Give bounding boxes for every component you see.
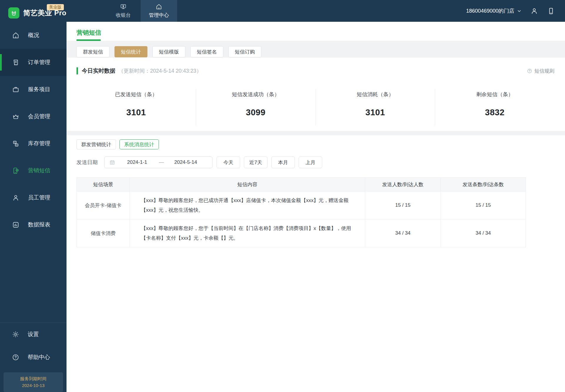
- tab-management-label: 管理中心: [149, 12, 169, 19]
- sidebar-item-label: 服务项目: [28, 86, 50, 93]
- cell-scene: 储值卡消费: [77, 219, 130, 247]
- sidebar-item-overview[interactable]: 概况: [0, 22, 67, 49]
- service-expiry-date: 2024-10-13: [5, 382, 61, 389]
- overview-icon: [12, 31, 20, 39]
- report-chart-icon: [12, 221, 20, 229]
- calendar-icon: [109, 159, 115, 166]
- sidebar-item-sms-marketing[interactable]: 营销短信: [0, 157, 67, 184]
- date-end-value[interactable]: 2024-5-14: [164, 159, 207, 165]
- sidebar: 概况 订单管理 服务项目: [0, 22, 67, 392]
- sms-rules-label: 短信规则: [534, 68, 554, 74]
- inventory-boxes-icon: [12, 140, 20, 148]
- tab-cashier-label: 收银台: [116, 12, 131, 19]
- gear-icon: [12, 331, 19, 338]
- sidebar-item-settings[interactable]: 设置: [0, 323, 67, 346]
- cell-count: 15 / 15: [441, 191, 526, 219]
- page-title: 营销短信: [77, 29, 101, 37]
- cell-people: 34 / 34: [365, 219, 441, 247]
- quick-last7days-button[interactable]: 近7天: [244, 156, 267, 168]
- edition-badge: 美业版: [47, 4, 64, 10]
- topbar-right: 18600469000的门店: [466, 0, 565, 22]
- tab-management-center[interactable]: 管理中心: [141, 0, 177, 22]
- sidebar-item-inventory[interactable]: 库存管理: [0, 130, 67, 157]
- sidebar-item-label: 库存管理: [28, 140, 50, 147]
- stat-label: 短信发送成功（条）: [196, 91, 315, 98]
- tab-bulk-sms[interactable]: 群发短信: [77, 46, 109, 57]
- mobile-icon[interactable]: [547, 7, 555, 15]
- col-header-content: 短信内容: [130, 178, 365, 191]
- brand-area: 美业版 简艺美业 Pro: [0, 0, 88, 22]
- cell-scene: 会员开卡-储值卡: [77, 191, 130, 219]
- tab-cashier[interactable]: 收银台: [106, 0, 141, 22]
- stat-value: 3101: [77, 108, 196, 117]
- col-header-count: 发送条数/到达条数: [441, 178, 526, 191]
- sms-phone-icon: [12, 167, 20, 175]
- sidebar-item-label: 概况: [28, 31, 39, 39]
- order-receipt-icon: [12, 59, 20, 66]
- table-row: 会员开卡-储值卡 【xxx】尊敬的顾客您好，您已成功开通【xxx】店储值卡，本次…: [77, 191, 526, 219]
- sidebar-item-staff[interactable]: 员工管理: [0, 184, 67, 211]
- section-separator: [67, 131, 565, 135]
- cell-content: 【xxx】尊敬的顾客您好，您已成功开通【xxx】店储值卡，本次储值金额【xxx】…: [130, 191, 365, 219]
- service-expiry-box: 服务到期时间 2024-10-13: [4, 372, 63, 392]
- app-logo-icon: [8, 7, 19, 19]
- sidebar-item-label: 订单管理: [28, 59, 50, 66]
- sms-rules-link[interactable]: 短信规则: [527, 68, 554, 74]
- top-tabs: 收银台 管理中心: [106, 0, 177, 22]
- tab-sms-purchase[interactable]: 短信订购: [228, 46, 261, 57]
- realtime-stats: 已发送短信（条） 3101 短信发送成功（条） 3099 短信消耗（条） 310…: [77, 89, 554, 126]
- section-accent-bar: [77, 67, 78, 74]
- cash-register-icon: [120, 3, 127, 10]
- sidebar-item-orders[interactable]: 订单管理: [0, 49, 67, 76]
- cell-content: 【xxx】尊敬的顾客您好，您于【当前时间】在【门店名称】消费【消费项目】x【数量…: [130, 219, 365, 247]
- stat-consumed: 短信消耗（条） 3101: [315, 89, 435, 126]
- tab-sms-templates[interactable]: 短信模版: [152, 46, 185, 57]
- quick-this-month-button[interactable]: 本月: [271, 156, 295, 168]
- date-range-picker[interactable]: 2024-1-1 — 2024-5-14: [104, 156, 212, 168]
- stat-label: 已发送短信（条）: [77, 91, 196, 98]
- quick-date-buttons: 今天 近7天 本月 上月: [217, 156, 322, 168]
- tab-sms-statistics[interactable]: 短信统计: [114, 46, 147, 57]
- tab-system-message-stats[interactable]: 系统消息统计: [119, 139, 159, 149]
- stat-value: 3101: [316, 108, 435, 117]
- service-expiry-label: 服务到期时间: [5, 376, 61, 382]
- sms-statistics-table: 短信场景 短信内容 发送人数/到达人数 发送条数/到达条数 会员开卡-储值卡 【…: [77, 177, 526, 247]
- sidebar-item-members[interactable]: 会员管理: [0, 103, 67, 130]
- col-header-scene: 短信场景: [77, 178, 130, 191]
- sidebar-item-label: 帮助中心: [28, 353, 50, 361]
- sidebar-item-label: 员工管理: [28, 194, 50, 201]
- stat-success: 短信发送成功（条） 3099: [196, 89, 315, 126]
- stat-remaining: 剩余短信（条） 3832: [435, 89, 554, 126]
- date-filter-label: 发送日期: [77, 159, 98, 166]
- stat-label: 短信消耗（条）: [316, 91, 435, 98]
- sidebar-item-label: 数据报表: [28, 221, 50, 228]
- sidebar-item-reports[interactable]: 数据报表: [0, 211, 67, 238]
- help-question-icon: [12, 353, 19, 361]
- cell-count: 34 / 34: [441, 219, 526, 247]
- realtime-title: 今日实时数据: [82, 67, 115, 75]
- sidebar-item-label: 设置: [28, 331, 39, 338]
- quick-today-button[interactable]: 今天: [217, 156, 240, 168]
- page-title-row: 营销短信: [77, 22, 554, 41]
- table-row: 储值卡消费 【xxx】尊敬的顾客您好，您于【当前时间】在【门店名称】消费【消费项…: [77, 219, 526, 247]
- chevron-down-icon: [517, 9, 521, 13]
- date-separator: —: [159, 159, 164, 165]
- question-circle-icon: [527, 68, 532, 74]
- sidebar-item-help-center[interactable]: 帮助中心: [0, 346, 67, 369]
- account-icon[interactable]: [530, 7, 538, 15]
- topbar: 美业版 简艺美业 Pro 收银台: [0, 0, 565, 22]
- date-start-value[interactable]: 2024-1-1: [115, 159, 159, 165]
- stat-value: 3832: [435, 108, 554, 117]
- tab-sms-signature[interactable]: 短信签名: [190, 46, 223, 57]
- main-content: 营销短信 群发短信 短信统计 短信模版 短信签名 短信订购 今日实时数据 （更新…: [67, 22, 565, 392]
- quick-last-month-button[interactable]: 上月: [299, 156, 322, 168]
- stat-label: 剩余短信（条）: [435, 91, 554, 98]
- realtime-update-time: （更新时间：2024-5-14 20:43:23）: [118, 67, 202, 74]
- home-icon: [155, 3, 162, 10]
- tab-bulk-marketing-stats[interactable]: 群发营销统计: [77, 139, 116, 149]
- crown-icon: [12, 113, 20, 121]
- sidebar-item-services[interactable]: 服务项目: [0, 76, 67, 103]
- col-header-people: 发送人数/到达人数: [365, 178, 441, 191]
- briefcase-icon: [12, 86, 20, 94]
- store-switcher[interactable]: 18600469000的门店: [466, 7, 521, 14]
